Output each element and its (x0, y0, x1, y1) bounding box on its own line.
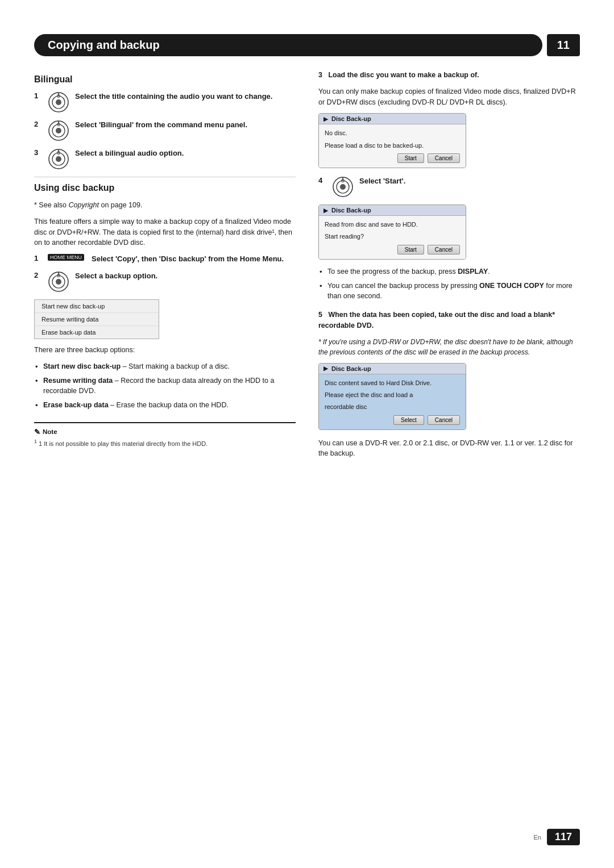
disc-backup-heading: Using disc backup (34, 183, 296, 193)
ui-box-1-buttons: Start Cancel (325, 153, 460, 163)
right-step3: 3 Load the disc you want to make a backu… (318, 70, 580, 107)
dial-icon-step2 (48, 271, 69, 293)
language-label: En (533, 834, 541, 841)
backup-option-item-2: Resume writing data – Record the backup … (34, 375, 296, 397)
menu-option-1[interactable]: Start new disc back-up (35, 300, 159, 313)
ui-box-1-title: ▶ Disc Back-up (319, 114, 466, 124)
chapter-header: Copying and backup 11 (34, 34, 580, 56)
ui-box-eject: ▶ Disc Back-up Disc content saved to Har… (318, 363, 466, 430)
svg-point-17 (56, 279, 61, 285)
backup-options-intro: There are three backup options: (34, 345, 296, 356)
disc-icon-2: ▶ (323, 207, 328, 214)
ui-box-3-title: ▶ Disc Back-up (319, 364, 466, 374)
svg-point-7 (56, 128, 61, 133)
bullet-note-display: To see the progress of the backup, press… (318, 266, 580, 277)
ui-box-no-disc: ▶ Disc Back-up No disc. Please load a di… (318, 113, 466, 168)
bilingual-heading: Bilingual (34, 74, 296, 85)
chapter-number: 11 (547, 34, 580, 56)
page-container: Copying and backup 11 Bilingual 1 (0, 0, 614, 868)
main-content: Bilingual 1 Select the title containing … (34, 70, 580, 465)
ui-box-3-buttons: Select Cancel (325, 415, 460, 425)
step-num-4: 4 (318, 176, 326, 185)
page-number: 117 (547, 829, 580, 845)
svg-point-2 (56, 99, 61, 105)
bilingual-step-2-text: Select 'Bilingual' from the command menu… (75, 120, 296, 130)
disc-step1-text: Select 'Copy', then 'Disc backup' from t… (92, 254, 296, 264)
dial-icon-step4 (332, 176, 354, 198)
right-bullet-notes: To see the progress of the backup, press… (318, 266, 580, 302)
ui-box-2-cancel-btn[interactable]: Cancel (428, 245, 460, 254)
step-number-3: 3 (34, 148, 42, 157)
left-column: Bilingual 1 Select the title containing … (34, 70, 296, 465)
ui-box-2-title: ▶ Disc Back-up (319, 205, 466, 216)
disc-icon-1: ▶ (323, 116, 328, 122)
note-box: ✎ Note 1 1 It is not possible to play th… (34, 422, 296, 447)
disc-icon-3: ▶ (323, 365, 328, 372)
dial-icon-1 (48, 91, 69, 113)
disc-step2-text: Select a backup option. (75, 271, 296, 281)
step-number-2: 2 (34, 120, 42, 128)
note-label: ✎ Note (34, 428, 296, 436)
ui-box-1-body: No disc. Please load a disc to be backed… (319, 124, 466, 168)
closing-text: You can use a DVD-R ver. 2.0 or 2.1 disc… (318, 438, 580, 460)
section-divider (34, 177, 296, 177)
home-menu-badge: HOME MENU (48, 254, 84, 261)
disc-step-num-2: 2 (34, 271, 42, 279)
step3-heading: 3 Load the disc you want to make a backu… (318, 70, 580, 81)
ui-box-3-cancel-btn[interactable]: Cancel (428, 415, 460, 425)
asterisk-note: * If you're using a DVD-RW or DVD+RW, th… (318, 337, 580, 357)
disc-backup-step1: 1 HOME MENU Select 'Copy', then 'Disc ba… (34, 254, 296, 264)
bilingual-step-1-text: Select the title containing the audio yo… (75, 91, 296, 102)
step4-text: Select 'Start'. (359, 176, 580, 186)
ui-box-2-start-btn[interactable]: Start (397, 245, 424, 254)
ui-box-1-start-btn[interactable]: Start (397, 153, 424, 163)
svg-point-22 (340, 184, 346, 190)
bilingual-step-2: 2 Select 'Bilingual' from the command me… (34, 120, 296, 141)
svg-point-12 (56, 156, 61, 162)
disc-step-num-1: 1 (34, 254, 42, 262)
bilingual-step-3-text: Select a bilingual audio option. (75, 148, 296, 158)
step-number-1: 1 (34, 91, 42, 100)
ui-box-1-cancel-btn[interactable]: Cancel (428, 153, 460, 163)
menu-option-2[interactable]: Resume writing data (35, 313, 159, 326)
bilingual-step-1: 1 Select the title containing the audio … (34, 91, 296, 113)
disc-backup-intro: This feature offers a simple way to make… (34, 216, 296, 248)
dial-icon-3 (48, 148, 69, 170)
ui-box-3-select-btn[interactable]: Select (393, 415, 424, 425)
right-step4: 4 Select 'Start'. (318, 176, 580, 198)
backup-option-item-1: Start new disc back-up – Start making a … (34, 361, 296, 372)
menu-option-3[interactable]: Erase back-up data (35, 326, 159, 339)
ui-box-3-body: Disc content saved to Hard Disk Drive. P… (319, 374, 466, 429)
disc-backup-section: Using disc backup * See also Copyright o… (34, 183, 296, 411)
page-footer: En 117 (533, 829, 580, 845)
note-icon: ✎ (34, 428, 40, 436)
step3-text: You can only make backup copies of final… (318, 86, 580, 108)
bilingual-step-3: 3 Select a bilingual audio option. (34, 148, 296, 170)
step5-heading: 5 When the data has been copied, take ou… (318, 310, 580, 331)
ui-box-2-buttons: Start Cancel (325, 245, 460, 254)
bullet-note-cancel: You can cancel the backup process by pre… (318, 281, 580, 302)
note-footnote: 1 1 It is not possible to play this mate… (34, 439, 296, 447)
chapter-title: Copying and backup (34, 34, 542, 56)
see-also-text: * See also Copyright on page 109. (34, 200, 296, 211)
bilingual-section: Bilingual 1 Select the title containing … (34, 74, 296, 170)
backup-option-item-3: Erase back-up data – Erase the backup da… (34, 400, 296, 411)
disc-backup-step2: 2 Select a backup option. (34, 271, 296, 293)
ui-box-2-body: Read from disc and save to HDD. Start re… (319, 216, 466, 259)
backup-menu-options: Start new disc back-up Resume writing da… (34, 299, 159, 339)
backup-options-list: Start new disc back-up – Start making a … (34, 361, 296, 411)
dial-icon-2 (48, 120, 69, 141)
right-column: 3 Load the disc you want to make a backu… (318, 70, 580, 465)
ui-box-start-reading: ▶ Disc Back-up Read from disc and save t… (318, 205, 466, 260)
